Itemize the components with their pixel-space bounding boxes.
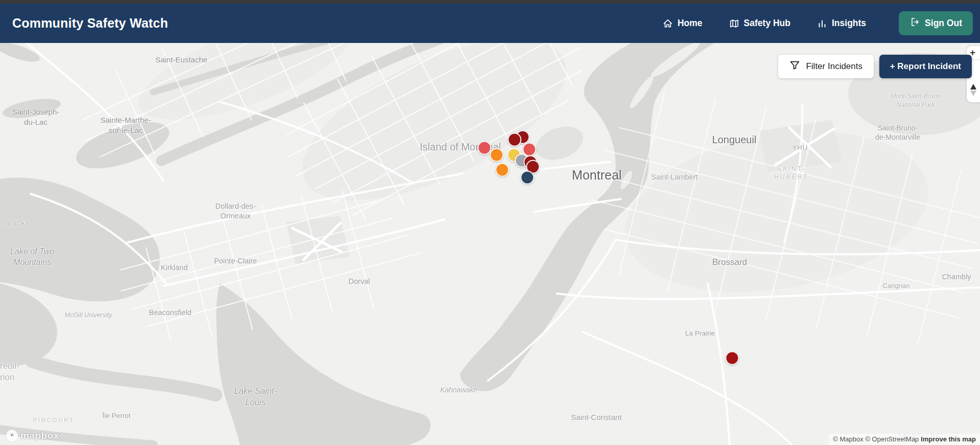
nav-label: Home bbox=[678, 18, 703, 29]
bar-chart-icon bbox=[817, 18, 827, 29]
mapbox-logo[interactable]: mapbox bbox=[6, 430, 59, 441]
filter-incidents-label: Filter Incidents bbox=[806, 61, 862, 72]
mapbox-pin-icon bbox=[6, 430, 18, 441]
nav-label: Insights bbox=[832, 18, 866, 29]
logout-icon bbox=[909, 17, 920, 30]
app-title: Community Safety Watch bbox=[12, 16, 168, 31]
improve-map-link[interactable]: Improve this map bbox=[921, 435, 976, 443]
incident-marker-crimson[interactable] bbox=[726, 351, 739, 365]
home-icon bbox=[663, 18, 673, 29]
incident-marker-red[interactable] bbox=[478, 141, 492, 155]
map-canvas[interactable]: Saint-EustacheSaint-Joseph- du-LacSainte… bbox=[0, 43, 980, 445]
report-incident-button[interactable]: + Report Incident bbox=[879, 55, 972, 78]
app-header: Community Safety Watch Home Safety Hub I… bbox=[0, 4, 980, 43]
filter-incidents-button[interactable]: Filter Incidents bbox=[778, 55, 874, 78]
window-top-strip bbox=[0, 0, 980, 4]
sign-out-label: Sign Out bbox=[925, 18, 962, 29]
incident-marker-darkred[interactable] bbox=[508, 133, 522, 147]
main-nav: Home Safety Hub Insights Sign Out bbox=[663, 11, 973, 35]
compass-icon[interactable] bbox=[969, 83, 977, 99]
nav-label: Safety Hub bbox=[744, 18, 790, 29]
nav-item-insights[interactable]: Insights bbox=[817, 18, 866, 29]
attribution-text: © Mapbox © OpenStreetMap bbox=[833, 435, 919, 443]
incident-marker-navy[interactable] bbox=[521, 171, 534, 185]
nav-item-safety-hub[interactable]: Safety Hub bbox=[729, 18, 790, 29]
incident-marker-orange[interactable] bbox=[490, 148, 504, 162]
map-attribution[interactable]: © Mapbox © OpenStreetMapImprove this map bbox=[829, 434, 980, 445]
nav-item-home[interactable]: Home bbox=[663, 18, 703, 29]
sign-out-button[interactable]: Sign Out bbox=[899, 11, 973, 35]
map-icon bbox=[729, 18, 739, 29]
funnel-icon bbox=[789, 60, 800, 73]
mapbox-wordmark: mapbox bbox=[20, 430, 59, 441]
map-base-layer bbox=[0, 43, 980, 445]
incident-marker-orange[interactable] bbox=[496, 163, 509, 177]
